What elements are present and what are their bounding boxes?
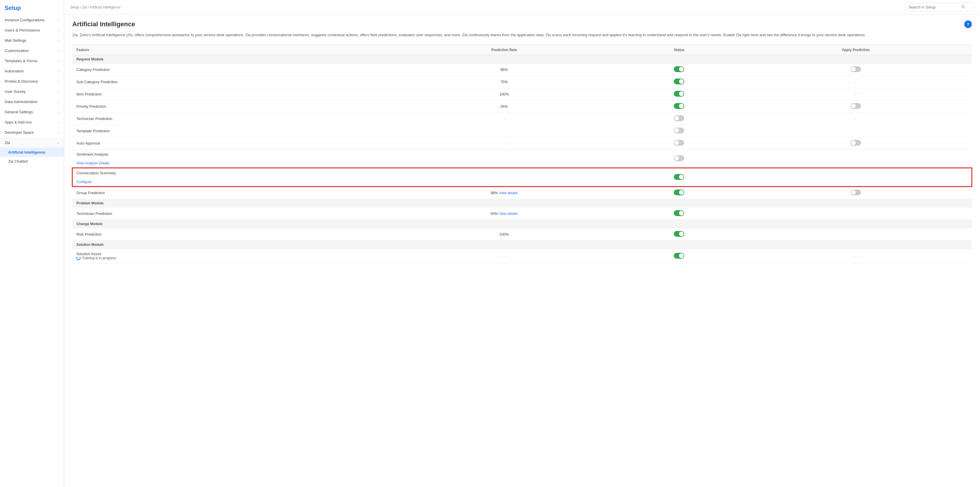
toggle-on[interactable]	[674, 66, 684, 72]
apply-cell-priority-prediction[interactable]	[740, 100, 972, 112]
sidebar-label-apps-addons: Apps & Add-ons	[5, 120, 32, 125]
toggle-off[interactable]	[851, 190, 861, 195]
apply-cell-sub-category-prediction: -	[740, 76, 972, 88]
sidebar-item-data-administration[interactable]: Data Administration ›	[0, 97, 64, 107]
table-row-technician-prediction: Technician Prediction--	[72, 112, 972, 125]
status-cell-solution-assist[interactable]	[618, 249, 740, 263]
sidebar-item-probes-discovery[interactable]: Probes & Discovery ›	[0, 76, 64, 86]
svg-line-1	[964, 8, 965, 8]
apply-cell-item-prediction: -	[740, 88, 972, 100]
sidebar-label-probes-discovery: Probes & Discovery	[5, 79, 38, 83]
rate-cell-risk-prediction: 100%	[390, 228, 618, 240]
col-apply-prediction: Apply Prediction	[740, 45, 972, 55]
sidebar-item-developer-space[interactable]: Developer Space ›	[0, 127, 64, 137]
toggle-on[interactable]	[674, 190, 684, 195]
apply-cell-technician-prediction: -	[740, 112, 972, 125]
rate-cell-priority-prediction: 26%	[390, 100, 618, 112]
sidebar-item-user-survey[interactable]: User Survey ›	[0, 86, 64, 97]
configure-link-conversation-summary[interactable]: Configure	[76, 180, 92, 184]
toggle-off[interactable]	[851, 140, 861, 146]
toggle-on[interactable]	[674, 91, 684, 97]
toggle-on[interactable]	[674, 78, 684, 85]
apply-cell-auto-approval[interactable]	[740, 137, 972, 149]
sidebar-item-zia-chatbot[interactable]: Zia Chatbot	[0, 157, 64, 166]
sidebar-item-mail-settings[interactable]: Mail Settings ›	[0, 35, 64, 46]
sidebar-item-instance-configurations[interactable]: Instance Configurations ›	[0, 15, 64, 25]
view-analysis-link-sentiment-analysis[interactable]: View Analysis Details	[76, 161, 110, 165]
status-cell-template-prediction[interactable]	[618, 125, 740, 137]
rate-cell-solution-assist: -	[390, 249, 618, 263]
sidebar-label-zia: Zia	[5, 141, 10, 145]
sidebar-item-templates-forms[interactable]: Templates & Forms ›	[0, 56, 64, 66]
main-header: Setup / Zia / Artificial Intelligence	[64, 0, 980, 14]
toggle-on[interactable]	[674, 174, 684, 180]
section-header-request-module: Request Module	[72, 55, 972, 63]
chevron-right-icon: ›	[58, 100, 59, 104]
status-cell-technician-prediction[interactable]	[618, 112, 740, 125]
apply-cell-group-prediction[interactable]	[740, 187, 972, 199]
chevron-right-icon: ›	[58, 80, 59, 83]
status-cell-category-prediction[interactable]	[618, 63, 740, 76]
chevron-right-icon: ›	[58, 59, 59, 63]
page-description: Zia, Zoho's Artificial Intelligence (AI)…	[72, 32, 972, 38]
status-cell-problem-technician-prediction[interactable]	[618, 207, 740, 220]
page-title-row: Artificial Intelligence ?	[72, 21, 972, 28]
page-title: Artificial Intelligence	[72, 21, 135, 28]
search-input[interactable]	[908, 5, 961, 10]
sidebar-label-user-survey: User Survey	[5, 89, 25, 94]
svg-point-0	[962, 5, 964, 8]
section-header-solution-module: Solution Module	[72, 240, 972, 249]
table-row-problem-technician-prediction: Technician Prediction93% View details-	[72, 207, 972, 220]
sidebar-item-apps-addons[interactable]: Apps & Add-ons ›	[0, 117, 64, 127]
status-cell-group-prediction[interactable]	[618, 187, 740, 199]
sidebar-item-users-permissions[interactable]: Users & Permissions ›	[0, 25, 64, 35]
toggle-off[interactable]	[851, 103, 861, 109]
section-header-change-module: Change Module	[72, 220, 972, 228]
help-button[interactable]: ?	[964, 21, 972, 28]
table-header-row: Feature Prediction Rate Status Apply Pre…	[72, 45, 972, 55]
view-details-link-problem-technician-prediction[interactable]: View details	[499, 212, 518, 216]
feature-cell-solution-assist: Solution AssistTraining is in progress	[72, 249, 390, 263]
status-cell-priority-prediction[interactable]	[618, 100, 740, 112]
toggle-on[interactable]	[674, 231, 684, 237]
status-cell-auto-approval[interactable]	[618, 137, 740, 149]
feature-cell-risk-prediction: Risk Prediction	[72, 228, 390, 240]
sidebar-label-data-administration: Data Administration	[5, 99, 38, 104]
chevron-right-icon: ›	[58, 39, 59, 42]
table-row-sub-category-prediction: Sub Category Prediction75%-	[72, 76, 972, 88]
toggle-off[interactable]	[851, 66, 861, 72]
toggle-on[interactable]	[674, 253, 684, 259]
toggle-on[interactable]	[674, 103, 684, 109]
chevron-right-icon: ›	[58, 121, 59, 124]
toggle-off[interactable]	[674, 140, 684, 146]
table-row-risk-prediction: Risk Prediction100%-	[72, 228, 972, 240]
status-cell-conversation-summary[interactable]	[618, 168, 740, 187]
feature-cell-priority-prediction: Priority Prediction	[72, 100, 390, 112]
feature-cell-sub-category-prediction: Sub Category Prediction	[72, 76, 390, 88]
sidebar-item-zia[interactable]: Zia ⌄	[0, 137, 64, 148]
training-badge-solution-assist: Training is in progress	[76, 256, 116, 260]
sidebar-label-general-settings: General Settings	[5, 110, 33, 114]
status-cell-risk-prediction[interactable]	[618, 228, 740, 240]
toggle-on[interactable]	[674, 210, 684, 216]
breadcrumb: Setup / Zia / Artificial Intelligence	[70, 5, 121, 10]
table-row-template-prediction: Template Prediction--	[72, 125, 972, 137]
status-cell-sentiment-analysis[interactable]	[618, 149, 740, 168]
sidebar-item-customization[interactable]: Customization ›	[0, 46, 64, 56]
sidebar-label-automation: Automation	[5, 69, 24, 73]
sidebar-item-general-settings[interactable]: General Settings ›	[0, 107, 64, 117]
status-cell-sub-category-prediction[interactable]	[618, 76, 740, 88]
apply-cell-category-prediction[interactable]	[740, 63, 972, 76]
sidebar-item-automation[interactable]: Automation ›	[0, 66, 64, 76]
search-bar[interactable]	[904, 3, 974, 11]
table-row-category-prediction: Category Prediction86%	[72, 63, 972, 76]
toggle-off[interactable]	[674, 115, 684, 121]
sidebar-item-artificial-intelligence[interactable]: Artificial Intelligence	[0, 148, 64, 157]
status-cell-item-prediction[interactable]	[618, 88, 740, 100]
toggle-off[interactable]	[674, 128, 684, 133]
sidebar-label-customization: Customization	[5, 48, 29, 53]
view-details-link-group-prediction[interactable]: View details	[499, 191, 518, 195]
apply-cell-sentiment-analysis: -	[740, 149, 972, 168]
section-header-problem-module: Problem Module	[72, 199, 972, 207]
toggle-off[interactable]	[674, 155, 684, 161]
